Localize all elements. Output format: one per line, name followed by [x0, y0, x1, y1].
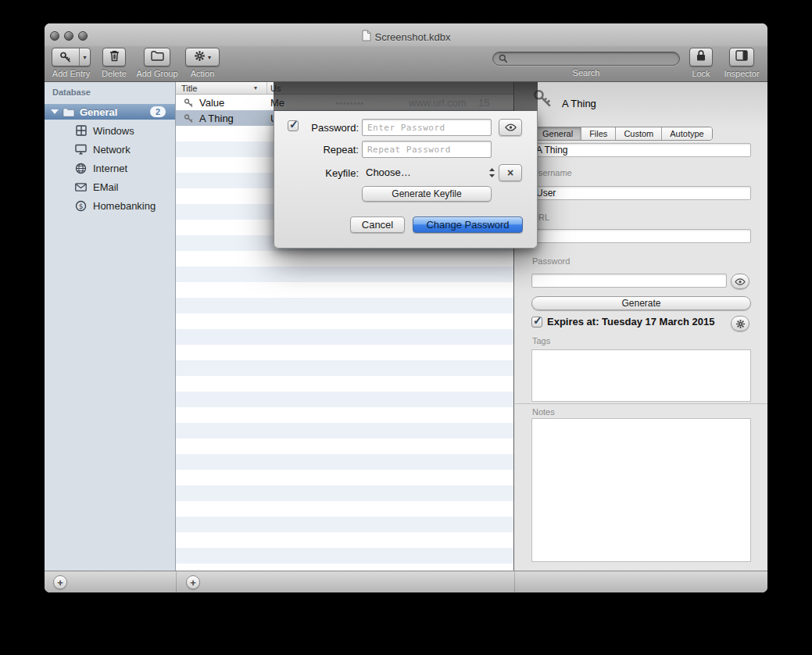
change-password-sheet: ✓ Password: Repeat: Keyfile: Choose… × G…: [274, 111, 538, 249]
tags-input[interactable]: [531, 349, 751, 402]
column-header-title[interactable]: Title: [181, 84, 197, 93]
delete-button[interactable]: Delete: [93, 48, 135, 78]
windows-icon: [74, 125, 88, 136]
show-password-button[interactable]: [499, 119, 522, 136]
sheet-keyfile-label: Keyfile:: [290, 167, 359, 179]
sidebar: Database General 2 Windows Network: [45, 82, 176, 571]
pane-divider: [176, 571, 177, 592]
entry-title-cell: A Thing: [199, 113, 234, 124]
username-label: Username: [532, 168, 572, 177]
tab-autotype[interactable]: Autotype: [661, 127, 711, 140]
username-field[interactable]: [531, 186, 751, 200]
notes-label: Notes: [532, 407, 555, 417]
add-group-button[interactable]: Add Group: [134, 48, 181, 78]
gear-icon: [735, 319, 746, 329]
clear-keyfile-button[interactable]: ×: [499, 164, 522, 181]
sheet-password-label: Password:: [290, 122, 359, 134]
key-icon: [52, 48, 79, 66]
keyfile-popup-value: Choose…: [366, 166, 488, 178]
sheet-repeat-label: Repeat:: [290, 144, 359, 156]
sidebar-item-internet[interactable]: Internet: [45, 159, 175, 177]
key-icon: [184, 113, 194, 126]
network-icon: [74, 144, 88, 155]
search-field[interactable]: [492, 52, 680, 66]
internet-globe-icon: [74, 163, 88, 174]
add-entry-label: Add Entry: [52, 69, 90, 78]
action-label: Action: [191, 69, 215, 78]
add-group-label: Add Group: [136, 69, 177, 78]
lock-label: Lock: [692, 69, 710, 78]
cancel-button[interactable]: Cancel: [350, 217, 405, 233]
inspector-entry-title: A Thing: [562, 98, 596, 109]
tab-custom[interactable]: Custom: [615, 127, 661, 140]
pane-divider: [514, 571, 515, 592]
eye-icon: [505, 123, 517, 131]
lock-icon: [696, 49, 706, 65]
entry-count-badge: 2: [150, 106, 166, 117]
delete-label: Delete: [102, 69, 127, 78]
expires-checkbox[interactable]: ✓: [531, 317, 542, 328]
inspector-panel-icon: [735, 50, 748, 64]
entry-title-cell: Value: [199, 97, 224, 109]
notes-input[interactable]: [531, 418, 751, 562]
eye-icon: [735, 278, 746, 285]
gear-icon: [194, 50, 206, 65]
sheet-shadow: [274, 82, 538, 111]
password-field[interactable]: [531, 274, 727, 288]
sort-indicator-icon: ▾: [254, 84, 257, 91]
add-entry-button[interactable]: ▾ Add Entry: [48, 48, 95, 78]
title-field[interactable]: [531, 143, 751, 157]
keyfile-popup[interactable]: Choose…: [366, 166, 495, 178]
reveal-password-button[interactable]: [731, 274, 749, 289]
window-title: Screenshot.kdbx: [45, 30, 767, 44]
add-group-plus-button[interactable]: +: [53, 575, 67, 589]
search-area: Search: [492, 52, 680, 77]
action-button[interactable]: ▾ Action: [181, 48, 224, 78]
sidebar-item-network[interactable]: Network: [45, 140, 175, 159]
url-field[interactable]: [531, 229, 751, 243]
expires-label: Expires at: Tuesday 17 March 2015: [547, 316, 714, 328]
search-icon: [499, 54, 508, 63]
generate-keyfile-button[interactable]: Generate Keyfile: [362, 186, 492, 202]
sidebar-item-homebanking[interactable]: $ Homebanking: [45, 196, 175, 215]
add-entry-dropdown-arrow-icon[interactable]: ▾: [79, 48, 90, 66]
sidebar-item-label: Homebanking: [93, 200, 156, 212]
sidebar-item-label: EMail: [93, 181, 119, 193]
trash-icon: [109, 49, 120, 65]
inspector-toggle-button[interactable]: Inspector: [719, 48, 764, 78]
close-icon: ×: [507, 166, 513, 179]
expires-row: ✓ Expires at: Tuesday 17 March 2015: [531, 316, 714, 328]
divider: [515, 403, 767, 404]
sidebar-item-email[interactable]: EMail: [45, 177, 175, 196]
disclosure-triangle-icon[interactable]: [51, 109, 59, 114]
inspector-panel: A Thing General Files Custom Autotype Us…: [515, 82, 767, 571]
column-divider[interactable]: [266, 82, 267, 94]
bottom-bar: + +: [45, 571, 767, 592]
sidebar-item-label: Internet: [93, 163, 127, 174]
add-entry-plus-button[interactable]: +: [186, 575, 200, 589]
inspector-tabs: General Files Custom Autotype: [534, 127, 713, 141]
folder-icon: [63, 107, 75, 117]
svg-text:$: $: [79, 202, 84, 209]
sidebar-item-label: General: [80, 106, 117, 118]
inspector-label: Inspector: [724, 69, 759, 78]
change-password-button[interactable]: Change Password: [413, 217, 523, 233]
sidebar-item-label: Windows: [93, 125, 134, 137]
action-dropdown-arrow-icon: ▾: [208, 54, 211, 61]
lock-button[interactable]: Lock: [685, 48, 717, 78]
tab-files[interactable]: Files: [581, 127, 615, 140]
generate-password-button[interactable]: Generate: [531, 296, 751, 310]
sidebar-item-general[interactable]: General 2: [45, 104, 175, 120]
password-label: Password: [532, 256, 570, 266]
search-input[interactable]: [512, 53, 674, 64]
repeat-password-input[interactable]: [362, 141, 492, 158]
new-password-input[interactable]: [362, 119, 492, 136]
tab-general[interactable]: General: [535, 127, 581, 140]
homebanking-icon: $: [74, 200, 88, 212]
sidebar-item-windows[interactable]: Windows: [45, 121, 175, 140]
expires-settings-button[interactable]: [731, 316, 749, 331]
sidebar-item-label: Network: [93, 144, 131, 156]
app-window: Screenshot.kdbx ▾ Add Entry: [45, 23, 767, 592]
sidebar-section-header: Database: [52, 88, 91, 97]
window-chrome: Screenshot.kdbx ▾ Add Entry: [45, 23, 767, 82]
